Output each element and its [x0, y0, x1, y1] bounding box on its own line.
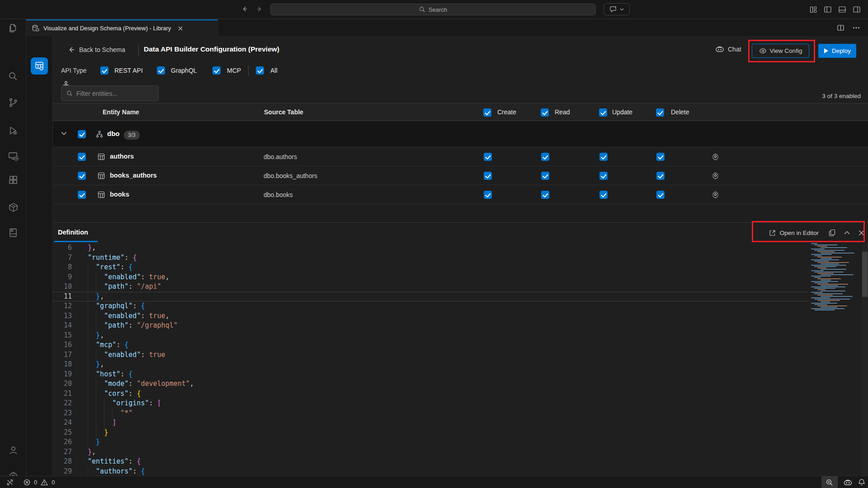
- code-line-17[interactable]: 17 "enabled": true: [53, 350, 808, 360]
- toggle-secondary-sidebar-icon[interactable]: [853, 5, 861, 14]
- code-line-11[interactable]: 11 },: [53, 292, 808, 302]
- checkbox-delete[interactable]: [656, 191, 665, 199]
- search-input[interactable]: Search: [270, 4, 596, 15]
- checkbox-create[interactable]: [484, 172, 492, 180]
- checkbox-delete[interactable]: [656, 172, 665, 180]
- zoom-status-button[interactable]: [821, 476, 838, 488]
- code-line-14[interactable]: 14 "path": "/graphql": [53, 321, 808, 331]
- copilot-status-icon[interactable]: [843, 479, 853, 487]
- checkbox-group-dbo[interactable]: [78, 130, 86, 138]
- checkbox-update[interactable]: [599, 191, 608, 199]
- nav-back-icon[interactable]: [241, 5, 248, 13]
- checkbox-all[interactable]: [256, 66, 264, 75]
- code-line-9[interactable]: 9 "enabled": true,: [53, 272, 808, 282]
- chevron-down-icon: [620, 8, 624, 11]
- code-line-13[interactable]: 13 "enabled": true,: [53, 311, 808, 321]
- code-line-22[interactable]: 22 "origins": [: [53, 399, 808, 408]
- checkbox-create[interactable]: [484, 153, 492, 161]
- checkbox-create-all[interactable]: [483, 108, 491, 117]
- close-panel-icon[interactable]: [859, 230, 864, 236]
- table-designer-button[interactable]: [31, 57, 48, 75]
- back-to-schema-button[interactable]: Back to Schema: [68, 46, 125, 53]
- checkbox-rest-api[interactable]: [100, 66, 108, 75]
- row-settings-gear-icon[interactable]: [712, 153, 719, 160]
- code-line-24[interactable]: 24 ]: [53, 418, 808, 428]
- chat-button[interactable]: Chat: [715, 45, 741, 53]
- split-editor-icon[interactable]: [837, 24, 844, 32]
- collapse-panel-icon[interactable]: [844, 231, 850, 235]
- search-icon: [419, 6, 425, 13]
- source-control-icon[interactable]: [8, 97, 19, 108]
- play-icon: [824, 48, 829, 54]
- table-row-books[interactable]: books dbo.books: [53, 185, 868, 204]
- code-line-16[interactable]: 16 "mcp": {: [53, 340, 808, 350]
- schema-group-row-dbo[interactable]: dbo 3/3: [53, 121, 868, 147]
- minimap[interactable]: [808, 243, 862, 320]
- copilot-chat-button[interactable]: [604, 3, 630, 15]
- table-row-books-authors[interactable]: books_authors dbo.books_authors: [53, 166, 868, 185]
- code-line-12[interactable]: 12 "graphql": {: [53, 301, 808, 311]
- checkbox-mcp[interactable]: [212, 66, 221, 75]
- code-line-8[interactable]: 8 "rest": {: [53, 263, 808, 272]
- code-line-28[interactable]: 28 "entities": {: [53, 457, 808, 467]
- toggle-sidebar-icon[interactable]: [824, 5, 832, 14]
- checkbox-delete-all[interactable]: [656, 108, 664, 117]
- checkbox-update[interactable]: [599, 172, 608, 180]
- code-line-23[interactable]: 23 "*": [53, 408, 808, 418]
- checkbox-read[interactable]: [541, 172, 549, 180]
- checkbox-update[interactable]: [599, 153, 608, 161]
- search-sidebar-icon[interactable]: [8, 71, 19, 82]
- notifications-bell-icon[interactable]: [858, 479, 865, 486]
- definition-code-editor[interactable]: 6 },7 "runtime": {8 "rest": {9 "enabled"…: [53, 243, 868, 476]
- explorer-icon[interactable]: [8, 23, 19, 34]
- editor-scrollbar-thumb[interactable]: [862, 252, 868, 297]
- errors-icon[interactable]: [24, 479, 30, 486]
- open-in-editor-button[interactable]: Open in Editor: [769, 230, 819, 236]
- code-line-21[interactable]: 21 "cors": {: [53, 389, 808, 399]
- tab-close-icon[interactable]: [178, 26, 183, 31]
- code-line-6[interactable]: 6 },: [53, 243, 808, 253]
- checkbox-graphql[interactable]: [157, 66, 165, 75]
- row-settings-gear-icon[interactable]: [712, 191, 719, 198]
- code-line-27[interactable]: 27 },: [53, 447, 808, 457]
- checkbox-row[interactable]: [78, 191, 86, 199]
- checkbox-read[interactable]: [541, 191, 549, 199]
- view-config-button[interactable]: View Config: [752, 44, 809, 58]
- remote-explorer-icon[interactable]: [8, 150, 19, 161]
- code-line-29[interactable]: 29 "authors": {: [53, 467, 808, 476]
- table-icon: [98, 172, 105, 179]
- containers-icon[interactable]: [8, 202, 19, 213]
- tab-visualize-design-schema[interactable]: Visualize and Design Schema (Preview) - …: [26, 19, 218, 36]
- toggle-panel-icon[interactable]: [838, 5, 846, 14]
- customize-layout-icon[interactable]: [809, 5, 817, 14]
- code-line-15[interactable]: 15 },: [53, 331, 808, 341]
- code-line-25[interactable]: 25 }: [53, 428, 808, 438]
- checkbox-read[interactable]: [541, 153, 549, 161]
- checkbox-row[interactable]: [78, 153, 86, 161]
- nav-forward-icon[interactable]: [256, 5, 263, 13]
- code-line-18[interactable]: 18 },: [53, 360, 808, 370]
- more-actions-icon[interactable]: [853, 27, 860, 29]
- checkbox-create[interactable]: [484, 191, 492, 199]
- database-projects-icon[interactable]: [8, 227, 19, 238]
- run-debug-icon[interactable]: [8, 125, 19, 136]
- warnings-icon[interactable]: [41, 479, 48, 486]
- code-line-20[interactable]: 20 "mode": "development",: [53, 379, 808, 389]
- checkbox-delete[interactable]: [656, 153, 665, 161]
- chevron-expand-icon[interactable]: [61, 131, 67, 136]
- code-line-10[interactable]: 10 "path": "/api": [53, 282, 808, 292]
- extensions-icon[interactable]: [8, 175, 19, 186]
- remote-indicator-icon[interactable]: [6, 479, 14, 486]
- checkbox-read-all[interactable]: [541, 108, 549, 117]
- deploy-button[interactable]: Deploy: [818, 44, 856, 58]
- account-icon[interactable]: [8, 445, 19, 455]
- row-settings-gear-icon[interactable]: [712, 172, 719, 179]
- checkbox-row[interactable]: [78, 172, 86, 180]
- table-row-authors[interactable]: authors dbo.authors: [53, 147, 868, 166]
- code-line-19[interactable]: 19 "host": {: [53, 370, 808, 380]
- checkbox-update-all[interactable]: [599, 108, 607, 117]
- filter-entities-input[interactable]: Filter entities...: [61, 85, 159, 101]
- copy-icon[interactable]: [829, 229, 835, 236]
- code-line-7[interactable]: 7 "runtime": {: [53, 253, 808, 263]
- code-line-26[interactable]: 26 }: [53, 437, 808, 447]
